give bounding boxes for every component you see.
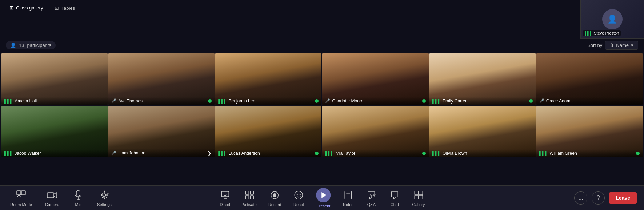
name-bar-william: ▌▌▌ William Green [536,149,643,157]
participant-name-emily: Emily Carter [443,98,467,104]
video-cell-emily-carter: ▌▌▌ Emily Carter [429,53,536,105]
participant-name-olivia: Olivia Brown [443,151,467,156]
presenter-avatar: 👤 [602,9,623,29]
mic-muted-icon-ava: 🎤 [111,98,116,103]
name-bar-benjamin: ▌▌▌ Benjamin Lee [215,97,321,105]
video-cell-liam-johnson: 🎤 Liam Johnson ❯ [108,106,215,158]
mic-icon-olivia: ▌▌▌ [432,151,441,156]
participants-bar: 👤 13 participants Sort by ⇅ Name ▾ [0,39,644,52]
svg-point-16 [273,193,277,197]
toolbar-left: Room Mode Camera Mic [7,188,115,208]
camera-button[interactable]: Camera [42,188,62,208]
name-bar-grace: 🎤 Grace Adams [536,97,643,105]
chat-label: Chat [391,202,399,207]
react-icon [293,189,304,201]
name-bar-liam: 🎤 Liam Johnson ❯ [108,149,215,157]
participant-name-ava: Ava Thomas [118,98,143,104]
svg-rect-0 [17,191,21,195]
participant-name-jacob: Jacob Walker [15,151,41,156]
svg-point-19 [300,194,301,195]
participant-name-amelia: Amelia Hall [15,98,37,104]
tab-class-gallery[interactable]: ⊞ Class gallery [4,3,48,13]
room-mode-label: Room Mode [10,202,32,207]
react-button[interactable]: React [290,188,307,208]
settings-label: Settings [97,202,112,207]
gallery-label: Gallery [412,202,425,207]
tab-bar: ⊞ Class gallery ⊡ Tables [0,0,644,16]
activate-label: Activate [243,202,257,207]
qa-label: Q&A [367,202,376,207]
mic-icon-lucas: ▌▌▌ [218,151,227,156]
gallery-button[interactable]: Gallery [409,188,428,208]
tab-tables[interactable]: ⊡ Tables [49,3,80,13]
status-dot-william [636,152,640,155]
svg-rect-28 [415,195,418,199]
svg-rect-27 [419,191,423,195]
status-dot-ava [208,99,212,103]
participants-count-badge: 👤 13 participants [6,41,56,49]
svg-point-18 [297,194,298,195]
qa-icon: Q&A [365,189,377,201]
leave-button[interactable]: Leave [609,192,637,204]
participant-name-grace: Grace Adams [546,98,573,104]
settings-icon [99,189,110,201]
chat-button[interactable]: Chat [386,188,403,208]
more-options-button[interactable]: ... [574,191,587,205]
svg-rect-2 [47,193,54,198]
sort-dropdown[interactable]: ⇅ Name ▾ [605,41,638,50]
participant-name-mia: Mia Taylor [336,151,355,156]
mic-icon [72,189,84,201]
video-cell-jacob-walker: ▌▌▌ Jacob Walker [1,106,108,158]
react-label: React [293,202,304,207]
name-bar-charlotte: 🎤 Charlotte Moore [322,97,428,105]
help-button[interactable]: ? [592,191,605,205]
notes-label: Notes [343,202,353,207]
sort-value: Name [616,43,629,48]
mic-icon-mia: ▌▌▌ [325,151,333,156]
room-mode-icon [15,189,27,201]
mic-muted-icon-liam: 🎤 [111,151,116,156]
record-icon [269,189,281,201]
presenter-name-bar: ▌▌▌ Steve Preston [583,30,621,36]
video-cell-lucas-anderson: ▌▌▌ Lucas Anderson [215,106,321,158]
person-icon: 👤 [10,43,16,48]
notes-icon [342,189,354,201]
svg-rect-11 [245,191,249,194]
sort-area: Sort by ⇅ Name ▾ [587,41,638,50]
room-mode-button[interactable]: Room Mode [7,188,35,208]
participant-name-charlotte: Charlotte Moore [332,98,363,104]
svg-rect-3 [76,190,80,196]
name-bar-emily: ▌▌▌ Emily Carter [429,97,536,105]
video-cell-grace-adams: 🎤 Grace Adams [536,53,643,105]
present-button[interactable]: Present [313,186,333,210]
video-cell-ava-thomas: 🎤 Ava Thomas [108,53,215,105]
sort-by-label: Sort by [587,43,602,48]
svg-marker-20 [321,192,327,198]
presenter-signal-icon: ▌▌▌ [585,31,592,35]
svg-rect-26 [415,191,418,195]
record-button[interactable]: Record [265,188,284,208]
status-dot-charlotte [422,99,426,103]
status-dot-benjamin [315,99,319,103]
status-dot-emily [529,99,533,103]
mic-icon-amelia: ▌▌▌ [4,99,13,103]
activate-button[interactable]: Activate [240,188,260,208]
mic-icon-emily: ▌▌▌ [432,99,441,103]
video-cell-william-green: ▌▌▌ William Green [536,106,643,158]
svg-rect-14 [250,196,253,199]
status-dot-lucas [315,152,319,155]
video-cell-mia-taylor: ▌▌▌ Mia Taylor [322,106,428,158]
mic-icon-william: ▌▌▌ [539,151,548,156]
settings-button[interactable]: Settings [94,188,115,208]
video-cell-charlotte-moore: 🎤 Charlotte Moore [322,53,428,105]
sort-icon: ⇅ [610,43,614,48]
qa-button[interactable]: Q&A Q&A [363,188,380,208]
name-bar-olivia: ▌▌▌ Olivia Brown [429,149,536,157]
camera-icon [46,189,58,201]
chat-icon [389,189,400,201]
mic-button[interactable]: Mic [69,188,87,208]
notes-button[interactable]: Notes [339,188,357,208]
presenter-thumbnail: 👤 ▌▌▌ Steve Preston [580,0,644,39]
participants-number: 13 [19,43,24,48]
direct-button[interactable]: Direct [216,188,234,208]
